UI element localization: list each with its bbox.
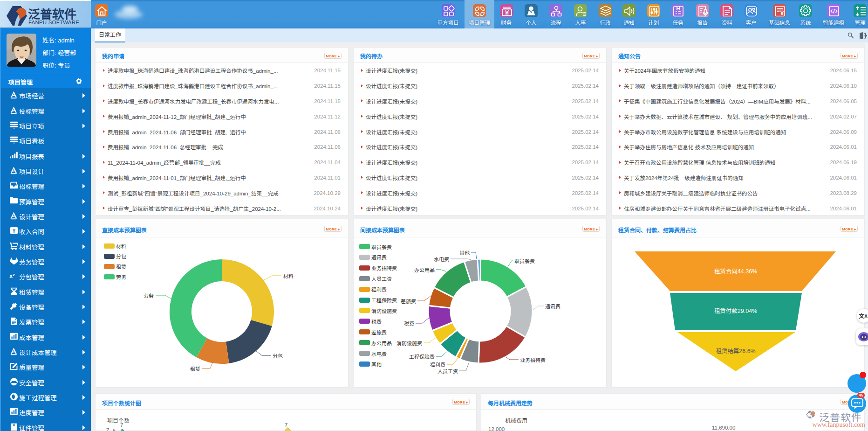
svg-text:x²: x² [9, 272, 15, 279]
svg-text:劳务: 劳务 [144, 293, 154, 299]
svg-text:水电费: 水电费 [434, 257, 449, 262]
svg-text:租赁结算26.6%: 租赁结算26.6% [716, 348, 755, 355]
svg-text:差旅费: 差旅费 [401, 299, 416, 304]
svg-text:人员工资: 人员工资 [437, 368, 458, 374]
svg-text:通讯费: 通讯费 [545, 304, 560, 309]
svg-text:租赁合同44.36%: 租赁合同44.36% [714, 268, 757, 275]
svg-text:消防设施费: 消防设施费 [396, 341, 422, 346]
svg-text:材料: 材料 [283, 273, 294, 279]
svg-text:职员餐费: 职员餐费 [514, 258, 535, 264]
svg-text:租赁: 租赁 [190, 366, 200, 372]
svg-text:业务招待费: 业务招待费 [520, 357, 546, 363]
svg-text:税费: 税费 [404, 321, 414, 327]
svg-text:分包: 分包 [273, 353, 283, 359]
svg-text:其他: 其他 [459, 250, 470, 256]
svg-text:¥: ¥ [12, 228, 15, 234]
svg-text:办公用品: 办公用品 [414, 267, 435, 273]
svg-text:工程保险费: 工程保险费 [409, 354, 435, 360]
svg-text:租赁付款29.04%: 租赁付款29.04% [714, 308, 757, 314]
svg-text:福利费: 福利费 [430, 362, 445, 368]
